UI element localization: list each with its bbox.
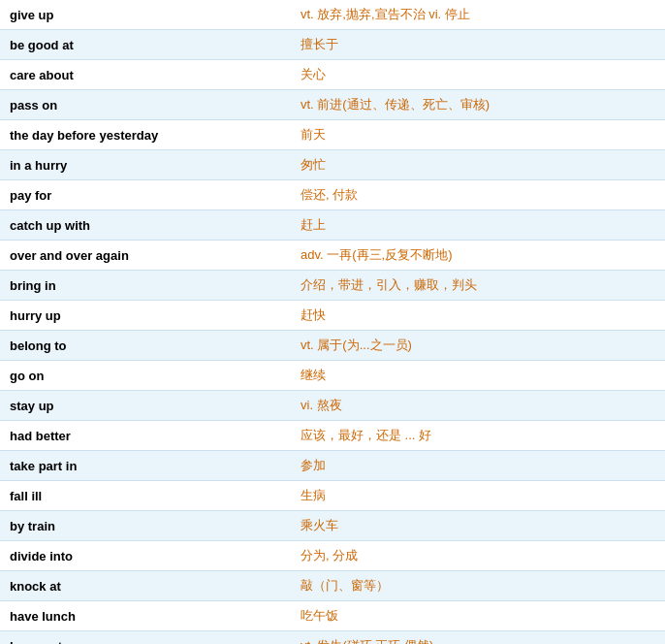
definition-cell: 偿还, 付款	[291, 180, 665, 210]
phrase-cell: knock at	[0, 571, 291, 601]
table-row: in a hurry匆忙	[0, 150, 665, 180]
phrase-cell: pass on	[0, 90, 291, 120]
definition-cell: adv. 一再(再三,反复不断地)	[291, 241, 665, 271]
definition-cell: 生病	[291, 481, 665, 511]
phrase-cell: in a hurry	[0, 150, 291, 180]
table-row: happen tovt. 发生(碰巧,正巧,偶然)	[0, 631, 665, 645]
table-row: bring in介绍，带进，引入，赚取，判头	[0, 271, 665, 301]
phrase-cell: have lunch	[0, 601, 291, 631]
definition-cell: 应该，最好，还是 ... 好	[291, 421, 665, 451]
phrase-cell: be good at	[0, 30, 291, 60]
table-row: over and over againadv. 一再(再三,反复不断地)	[0, 241, 665, 271]
phrase-cell: by train	[0, 511, 291, 541]
phrase-cell: hurry up	[0, 301, 291, 331]
table-row: belong tovt. 属于(为...之一员)	[0, 331, 665, 361]
definition-cell: 介绍，带进，引入，赚取，判头	[291, 271, 665, 301]
table-row: go on继续	[0, 361, 665, 391]
definition-cell: vt. 放弃,抛弃,宣告不治 vi. 停止	[291, 0, 665, 30]
table-row: give upvt. 放弃,抛弃,宣告不治 vi. 停止	[0, 0, 665, 30]
phrase-cell: go on	[0, 361, 291, 391]
table-row: have lunch吃午饭	[0, 601, 665, 631]
definition-cell: 分为, 分成	[291, 541, 665, 571]
phrase-cell: had better	[0, 421, 291, 451]
table-row: care about关心	[0, 60, 665, 90]
phrase-cell: take part in	[0, 451, 291, 481]
phrase-cell: pay for	[0, 180, 291, 210]
definition-cell: 关心	[291, 60, 665, 90]
definition-cell: vt. 前进(通过、传递、死亡、审核)	[291, 90, 665, 120]
definition-cell: 吃午饭	[291, 601, 665, 631]
table-row: be good at擅长于	[0, 30, 665, 60]
definition-cell: 参加	[291, 451, 665, 481]
definition-cell: 前天	[291, 120, 665, 150]
table-row: stay upvi. 熬夜	[0, 391, 665, 421]
table-row: fall ill生病	[0, 481, 665, 511]
phrase-cell: fall ill	[0, 481, 291, 511]
definition-cell: 擅长于	[291, 30, 665, 60]
phrase-table: give upvt. 放弃,抛弃,宣告不治 vi. 停止be good at擅长…	[0, 0, 665, 644]
table-row: the day before yesterday前天	[0, 120, 665, 150]
phrase-cell: bring in	[0, 271, 291, 301]
table-row: take part in参加	[0, 451, 665, 481]
table-row: pay for偿还, 付款	[0, 180, 665, 210]
definition-cell: 继续	[291, 361, 665, 391]
table-row: hurry up赶快	[0, 301, 665, 331]
table-row: had better应该，最好，还是 ... 好	[0, 421, 665, 451]
table-row: catch up with赶上	[0, 210, 665, 241]
table-row: pass onvt. 前进(通过、传递、死亡、审核)	[0, 90, 665, 120]
table-row: by train乘火车	[0, 511, 665, 541]
phrase-cell: the day before yesterday	[0, 120, 291, 150]
definition-cell: 匆忙	[291, 150, 665, 180]
definition-cell: 赶上	[291, 210, 665, 241]
definition-cell: 敲（门、窗等）	[291, 571, 665, 601]
phrase-cell: care about	[0, 60, 291, 90]
phrase-cell: over and over again	[0, 241, 291, 271]
table-row: knock at敲（门、窗等）	[0, 571, 665, 601]
table-row: divide into分为, 分成	[0, 541, 665, 571]
definition-cell: vi. 熬夜	[291, 391, 665, 421]
definition-cell: 乘火车	[291, 511, 665, 541]
phrase-cell: catch up with	[0, 210, 291, 241]
phrase-cell: stay up	[0, 391, 291, 421]
phrase-cell: happen to	[0, 631, 291, 645]
definition-cell: vt. 属于(为...之一员)	[291, 331, 665, 361]
phrase-cell: give up	[0, 0, 291, 30]
phrase-cell: divide into	[0, 541, 291, 571]
phrase-cell: belong to	[0, 331, 291, 361]
definition-cell: vt. 发生(碰巧,正巧,偶然)	[291, 631, 665, 645]
definition-cell: 赶快	[291, 301, 665, 331]
